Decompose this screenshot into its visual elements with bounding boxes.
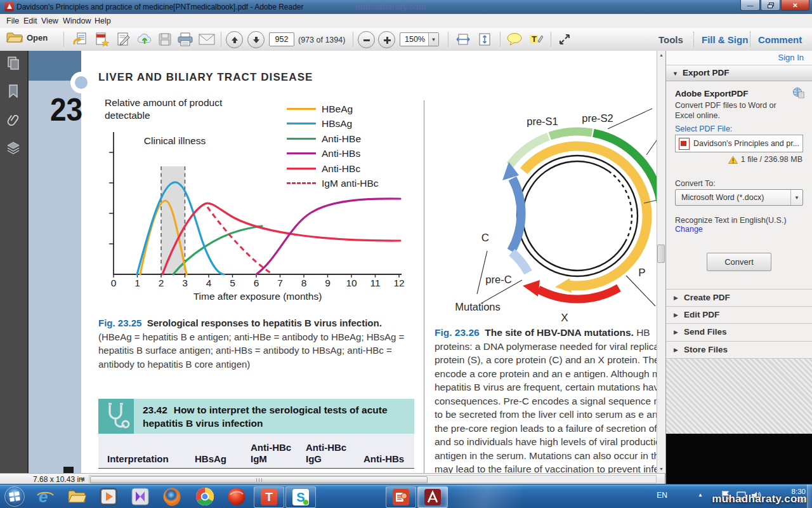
legend-swatch-anti-hbs [287,152,316,154]
hbv-genome-svg: pre-S1 pre-S2 C pre-C Mutations X P [435,97,657,322]
convert-button[interactable]: Convert [707,253,771,271]
next-page-button[interactable] [247,31,265,48]
menu-window[interactable]: Window [60,14,93,28]
zoom-out-button[interactable] [358,31,375,48]
sign-in-bar: Sign In [666,51,812,65]
title-bar[interactable]: Davidson's Principles and practice of me… [0,0,812,14]
highlight-text-button[interactable]: T [527,31,545,48]
menu-view[interactable]: View [39,14,61,28]
scrolling-mode-button[interactable] [454,31,472,48]
firefox-icon[interactable] [162,487,181,506]
fullscreen-button[interactable] [556,31,573,48]
legend-swatch-hbeag [287,108,316,110]
scroll-up-arrow[interactable]: ▲ [657,51,665,59]
taskbar-app-adobe-reader[interactable] [417,486,448,508]
share-document-button[interactable] [71,31,89,48]
x-tick-label: 4 [206,277,212,288]
open-button[interactable]: Open [6,31,48,44]
pdf-page: 23 LIVER AND BILIARY TRACT DISEASE Relat… [29,51,657,473]
x-tick-label: 3 [182,277,188,288]
internet-explorer-icon[interactable]: e [36,487,55,506]
show-hidden-icons[interactable]: ▲ [698,492,703,498]
store-files-section[interactable]: ▶ Store Files [666,341,812,359]
fig-23-25-label: Fig. 23.25 [98,318,141,328]
show-desktop-button[interactable] [807,485,812,508]
change-link[interactable]: Change [675,225,703,234]
panel-hatched-area [666,358,812,434]
fit-page-button[interactable] [476,31,494,48]
horizontal-scrollbar-thumb[interactable] [90,476,428,483]
send-files-section[interactable]: ▶ Send Files [666,323,812,341]
minus-icon [363,36,370,44]
menu-bar: File Edit View Window Help [0,14,812,29]
table-header: Anti-HBs [363,453,404,465]
chrome-icon[interactable] [195,487,214,506]
menu-file[interactable]: File [4,14,22,28]
upload-cloud-button[interactable] [136,31,154,48]
page-number-input[interactable] [269,32,294,46]
attachments-button[interactable] [6,113,22,128]
legend-item: Anti-HBs [287,148,360,159]
taskbar-app-t[interactable]: T [254,486,284,508]
start-button[interactable] [4,486,25,507]
fill-sign-tab[interactable]: Fill & Sign [702,34,748,45]
label-c: C [481,232,489,244]
h-scroll-left-arrow[interactable]: ◀ [80,476,84,482]
create-pdf-button[interactable] [93,31,110,48]
language-indicator[interactable]: EN [657,491,667,500]
gene-pre-s2-arc [550,131,592,136]
page-thumbnails-button[interactable] [6,56,22,71]
email-button[interactable] [198,31,216,48]
sign-in-link[interactable]: Sign In [778,53,804,62]
export-pdf-header[interactable]: ▼ Export PDF [666,65,812,81]
red-browser-icon[interactable] [227,487,246,506]
restore-button[interactable] [761,0,780,11]
layers-button[interactable] [6,141,22,156]
selected-file-box[interactable]: Davidson's Principles and pr... [675,135,803,152]
scroll-down-arrow[interactable]: ▼ [657,465,665,473]
minimize-button[interactable]: — [740,0,760,11]
print-icon [177,32,193,47]
file-explorer-icon[interactable] [67,487,86,506]
tools-tab[interactable]: Tools [658,34,683,45]
x-tick-label: 7 [277,277,283,288]
format-dropdown[interactable]: Microsoft Word (*.docx) ▼ [675,189,803,206]
sign-document-button[interactable] [114,31,132,48]
edit-pdf-section[interactable]: ▶ Edit PDF [666,306,812,324]
adobe-reader-taskbar-icon [424,489,441,505]
menu-help[interactable]: Help [92,14,114,28]
horizontal-scrollbar[interactable] [89,475,657,483]
zoom-level-dropdown[interactable]: 150% ▼ [400,32,439,46]
hbv-genome-diagram: pre-S1 pre-S2 C pre-C Mutations X P [435,97,657,322]
kmplayer-icon[interactable] [131,487,150,506]
file-info: 1 file / 236.98 MB [728,155,802,164]
menu-edit[interactable]: Edit [21,14,40,28]
page-number-block [63,467,74,473]
previous-page-button[interactable] [226,31,243,48]
save-button[interactable] [156,31,174,48]
close-button[interactable]: ✕ [781,0,809,11]
chevron-right-icon: ▶ [674,312,678,318]
print-button[interactable] [176,31,194,48]
navigation-sidebar [0,51,29,473]
taskbar-app-skype[interactable]: S [285,486,316,508]
comment-tab[interactable]: Comment [758,34,802,45]
zoom-in-button[interactable] [378,31,395,48]
media-player-classic-icon[interactable] [99,487,118,506]
bookmark-icon [6,84,20,99]
fullscreen-arrows-icon [557,32,572,47]
pdf-file-icon [679,138,690,150]
down-arrow-icon [252,36,260,44]
create-pdf-section[interactable]: ▶ Create PDF [666,289,812,307]
exportpdf-description: Convert PDF files to Word or Excel onlin… [675,100,792,121]
sticky-note-button[interactable] [506,31,523,48]
label-p: P [638,267,645,279]
taskbar-app-powerpoint[interactable] [386,486,416,508]
x-tick-label: 2 [159,277,164,288]
x-tick-label: 11 [370,277,380,288]
table-header-row: Interpretation HBsAg Anti-HBc IgM Anti-H… [98,434,414,469]
bookmarks-button[interactable] [6,84,22,99]
vertical-scrollbar-thumb[interactable] [657,244,665,263]
curve-anti-hbs [256,199,400,274]
table-header: Anti-HBc IgM [251,442,295,465]
